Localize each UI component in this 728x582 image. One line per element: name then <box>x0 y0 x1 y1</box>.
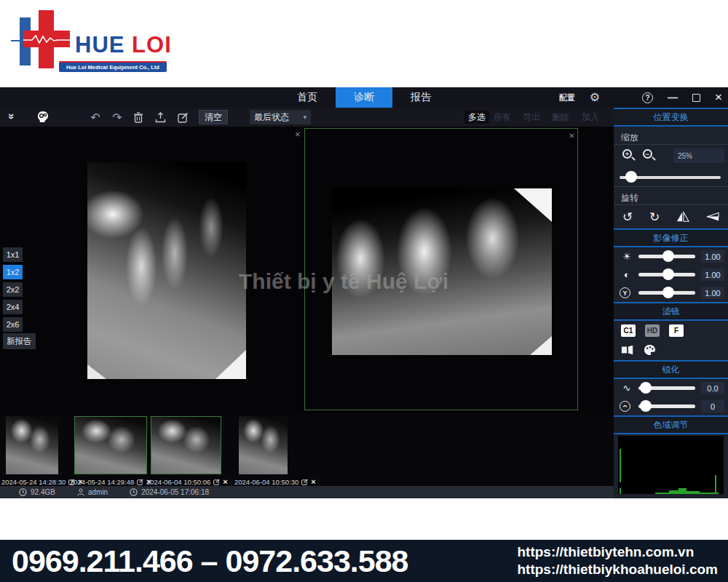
thumbnail-timestamp: 2024-05-24 14:29:48 <box>70 478 134 486</box>
slider-knob[interactable] <box>625 171 637 183</box>
layout-1x1-button[interactable]: 1x1 <box>3 247 23 262</box>
thumbnail-timestamp: 2024-06-04 10:50:30 <box>234 478 298 486</box>
add-button[interactable]: 加入 <box>582 111 599 124</box>
edit-icon[interactable] <box>137 479 143 485</box>
website-url-1[interactable]: https://thietbiytehn.com.vn <box>517 544 718 560</box>
tooth-glyph: ᴖ <box>620 401 630 412</box>
rotate-ccw-icon[interactable]: ↺ <box>622 210 633 225</box>
brightness-slider[interactable] <box>638 255 695 258</box>
delete-button[interactable]: 删除 <box>552 111 569 124</box>
section-color-gamut: 色域调节 <box>614 415 728 434</box>
left-viewport-close-icon[interactable]: × <box>295 129 301 140</box>
close-icon[interactable]: × <box>223 477 227 486</box>
gear-icon[interactable]: ⚙ <box>590 92 600 103</box>
thumbnail-2[interactable]: 2024-05-24 14:29:48 × <box>74 416 147 474</box>
invert-icon[interactable] <box>621 344 634 356</box>
histogram[interactable] <box>618 436 724 494</box>
collapse-chevrons-icon[interactable]: « <box>0 109 19 125</box>
skull-xray-icon[interactable] <box>33 108 52 127</box>
rotate-label: 旋转 <box>614 187 728 205</box>
layout-2x6-button[interactable]: 2x6 <box>3 317 23 332</box>
select-all-button[interactable]: 所有 <box>494 111 511 124</box>
multi-select-button[interactable]: 多选 <box>464 111 489 124</box>
website-url-2[interactable]: https://thietbiykhoahueloi.com <box>517 562 718 578</box>
zoom-in-icon[interactable]: + <box>622 149 636 162</box>
flip-vertical-icon[interactable] <box>706 211 719 223</box>
new-report-button[interactable]: 新报告 <box>3 333 36 349</box>
ecg-line-icon <box>23 33 70 45</box>
edit-icon[interactable] <box>175 108 191 127</box>
sharpen-slider[interactable] <box>638 404 695 408</box>
zoom-slider[interactable] <box>614 167 728 187</box>
viewport-area: × × 1x1 1x2 2x2 <box>0 127 614 415</box>
section-filters: 滤镜 <box>614 302 728 321</box>
edit-icon[interactable] <box>301 479 308 485</box>
undo-icon[interactable]: ↶ <box>87 108 103 127</box>
clock-icon <box>130 488 138 496</box>
thumbnail-4[interactable]: 2024-06-04 10:50:30 × <box>239 416 288 474</box>
slider-knob[interactable] <box>662 268 674 280</box>
minimize-button[interactable]: — <box>668 92 678 103</box>
last-state-dropdown[interactable]: 最后状态 ▾ <box>250 110 311 124</box>
tab-diagnosis[interactable]: 诊断 <box>336 87 392 108</box>
tab-home[interactable]: 首页 <box>279 87 336 108</box>
export-upload-icon[interactable] <box>152 108 168 127</box>
trash-icon[interactable] <box>130 108 146 127</box>
help-button[interactable]: ? <box>642 92 653 103</box>
user-value: admin <box>88 488 108 496</box>
layout-2x4-button[interactable]: 2x4 <box>3 300 23 314</box>
slider-knob[interactable] <box>662 250 674 262</box>
zoom-controls: + − 25% <box>614 145 728 167</box>
slider-knob[interactable] <box>640 382 652 394</box>
filter-hd-button[interactable]: HD <box>645 324 660 337</box>
brightness-row: ☀ 1.00 <box>614 247 728 266</box>
export-button[interactable]: 导出 <box>523 111 540 124</box>
filter-c1-button[interactable]: C1 <box>621 324 636 337</box>
redo-icon[interactable]: ↷ <box>109 108 125 127</box>
right-viewport-close-icon[interactable]: × <box>569 130 574 141</box>
config-button[interactable]: 配置 <box>559 92 575 103</box>
zoom-value-field[interactable]: 25% <box>673 148 724 163</box>
watermark-text: Thiết bị y tế Huệ Lợi <box>239 269 530 294</box>
smooth-slider[interactable] <box>638 386 695 390</box>
layout-2x2-button[interactable]: 2x2 <box>3 282 23 297</box>
rotate-cw-icon[interactable]: ↻ <box>649 210 660 225</box>
flip-horizontal-icon[interactable] <box>676 211 689 223</box>
titlebar: 首页 诊断 报告 配置 ⚙ ? — × <box>0 87 728 108</box>
sharpen-value: 0 <box>701 400 724 412</box>
slider-knob[interactable] <box>662 287 674 298</box>
close-icon[interactable]: × <box>311 477 315 486</box>
section-image-correction: 影像修正 <box>614 228 728 247</box>
film-corner <box>215 350 246 379</box>
close-button[interactable]: × <box>715 90 722 105</box>
thumbnail-image[interactable] <box>151 416 221 474</box>
thumbnail-image[interactable] <box>6 416 58 474</box>
thumbnail-3[interactable]: 2024-06-04 10:50:06 × <box>151 416 221 474</box>
palette-icon[interactable] <box>644 344 656 356</box>
contrast-slider[interactable] <box>638 273 695 276</box>
disk-clock-icon <box>19 488 27 496</box>
slider-knob[interactable] <box>640 400 652 412</box>
film-corner <box>530 336 552 355</box>
sharpen-row: ᴖ 0 <box>614 397 728 415</box>
clear-button[interactable]: 清空 <box>199 110 228 124</box>
thumbnail-caption: 2024-06-04 10:50:06 × <box>146 477 228 486</box>
histogram-spike <box>620 488 621 494</box>
tab-report[interactable]: 报告 <box>392 87 449 108</box>
histogram-bump <box>678 488 687 494</box>
zoom-out-icon[interactable]: − <box>643 149 656 162</box>
edit-icon[interactable] <box>213 479 220 485</box>
layout-1x2-button[interactable]: 1x2 <box>3 265 23 279</box>
contrast-icon: ◐ <box>620 269 634 280</box>
thumbnail-1[interactable]: 2024-05-24 14:28:30 × <box>6 416 58 474</box>
thumbnail-image[interactable] <box>74 416 147 474</box>
thumbnail-image[interactable] <box>239 416 288 474</box>
logo-banner: Hue Loi Medical Equipment Co., Ltd <box>59 61 167 72</box>
xray-image-left[interactable] <box>87 162 246 379</box>
histogram-bump <box>687 491 699 494</box>
user-icon <box>77 488 84 496</box>
filter-f-button[interactable]: F <box>669 324 684 337</box>
gamma-slider[interactable] <box>638 291 695 295</box>
maximize-button[interactable] <box>692 94 700 102</box>
hueloi-logo: HUE LOI Hue Loi Medical Equipment Co., L… <box>11 6 167 80</box>
